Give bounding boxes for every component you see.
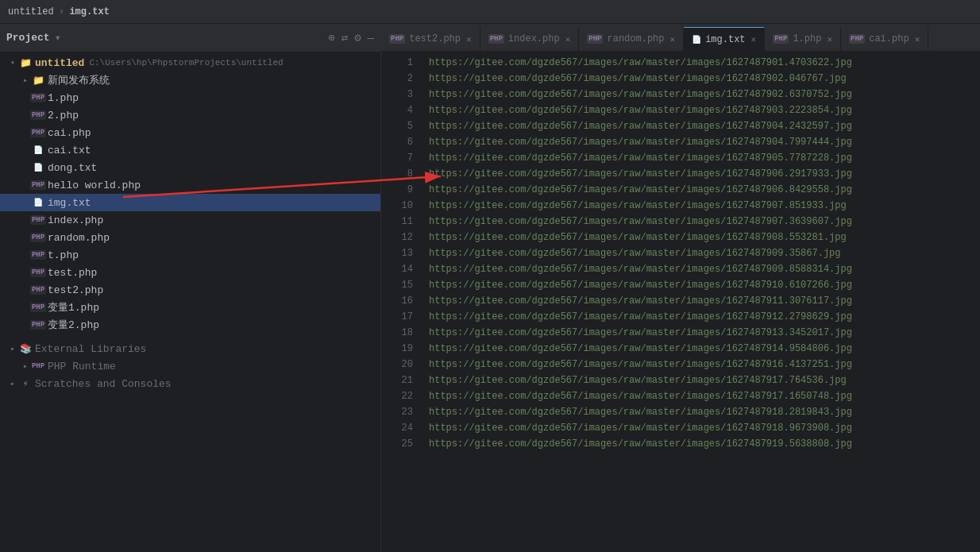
- line-number-15: 15: [381, 277, 413, 293]
- url-text-11: https://gitee.com/dgzde567/images/raw/ma…: [429, 214, 852, 230]
- external-libraries-label: External Libraries: [35, 343, 146, 355]
- tab-randomphp-close[interactable]: ✕: [670, 34, 676, 44]
- code-line-5: https://gitee.com/dgzde567/images/raw/ma…: [429, 118, 980, 134]
- url-text-9: https://gitee.com/dgzde567/images/raw/ma…: [429, 182, 852, 198]
- url-text-23: https://gitee.com/dgzde567/images/raw/ma…: [429, 404, 852, 420]
- url-text-6: https://gitee.com/dgzde567/images/raw/ma…: [429, 134, 852, 150]
- tab-imgtxt-icon: 📄: [692, 35, 701, 44]
- tree-item-test2php[interactable]: PHP test2.php: [0, 281, 380, 299]
- tab-imgtxt[interactable]: 📄 img.txt ✕: [684, 27, 765, 51]
- tab-indexphp-close[interactable]: ✕: [565, 34, 571, 44]
- line-number-13: 13: [381, 245, 413, 261]
- tree-item-scratches[interactable]: ▸ ⚡ Scratches and Consoles: [0, 375, 380, 392]
- line-number-19: 19: [381, 341, 413, 357]
- url-text-13: https://gitee.com/dgzde567/images/raw/ma…: [429, 245, 840, 261]
- tab-indexphp[interactable]: PHP index.php ✕: [480, 27, 580, 51]
- indexphp-label: index.php: [48, 214, 103, 226]
- tab-caiphp[interactable]: PHP cai.php ✕: [841, 27, 928, 51]
- url-text-16: https://gitee.com/dgzde567/images/raw/ma…: [429, 293, 852, 309]
- tab-imgtxt-close[interactable]: ✕: [751, 34, 757, 44]
- sidebar-title: Project: [6, 32, 50, 44]
- php-runtime-label: PHP Runtime: [48, 361, 116, 373]
- sidebar: Project ▾ ⊕ ⇄ ⚙ — ▾ 📁 untitled C:\Users\…: [0, 24, 381, 552]
- tree-item-dongtxt[interactable]: 📄 dong.txt: [0, 159, 380, 176]
- url-text-14: https://gitee.com/dgzde567/images/raw/ma…: [429, 261, 852, 277]
- code-line-19: https://gitee.com/dgzde567/images/raw/ma…: [429, 341, 980, 357]
- line-number-8: 8: [381, 166, 413, 182]
- project-name: untitled: [8, 6, 54, 17]
- randomphp-label: random.php: [48, 232, 110, 244]
- var1php-label: 变量1.php: [48, 300, 99, 315]
- code-line-1: https://gitee.com/dgzde567/images/raw/ma…: [429, 55, 980, 71]
- helloworldphp-label: hello world.php: [48, 179, 141, 191]
- line-number-12: 12: [381, 230, 413, 245]
- title-file: img.txt: [69, 6, 109, 17]
- url-text-3: https://gitee.com/dgzde567/images/raw/ma…: [429, 87, 852, 102]
- locate-icon[interactable]: ⊕: [328, 31, 334, 44]
- tree-item-external-libraries[interactable]: ▸ 📚 External Libraries: [0, 340, 380, 357]
- tab-randomphp-label: random.php: [607, 33, 664, 44]
- tree-item-caiphp[interactable]: PHP cai.php: [0, 124, 380, 141]
- tree-item-indexphp[interactable]: PHP index.php: [0, 211, 380, 229]
- tab-caiphp-close[interactable]: ✕: [915, 34, 920, 44]
- line-number-16: 16: [381, 293, 413, 309]
- line-numbers: 1234567891011121314151617181920212223242…: [381, 52, 421, 552]
- code-area[interactable]: https://gitee.com/dgzde567/images/raw/ma…: [421, 52, 980, 552]
- 1php-label: 1.php: [48, 92, 79, 104]
- settings-icon[interactable]: ⚙: [354, 31, 361, 44]
- tree-item-1php[interactable]: PHP 1.php: [0, 89, 380, 106]
- tab-test2php[interactable]: PHP test2.php ✕: [381, 27, 480, 51]
- tree-item-helloworldphp[interactable]: PHP hello world.php: [0, 176, 380, 194]
- dongtxt-label: dong.txt: [48, 162, 97, 174]
- line-number-4: 4: [381, 102, 413, 118]
- root-folder-path: C:\Users\hp\PhpstormProjects\untitled: [89, 58, 283, 68]
- minimize-icon[interactable]: —: [368, 32, 374, 44]
- code-line-18: https://gitee.com/dgzde567/images/raw/ma…: [429, 325, 980, 341]
- file-tree: ▾ 📁 untitled C:\Users\hp\PhpstormProject…: [0, 52, 380, 552]
- tree-item-caitxt[interactable]: 📄 cai.txt: [0, 141, 380, 159]
- imgtxt-label: img.txt: [48, 197, 91, 209]
- test2php-label: test2.php: [48, 284, 103, 296]
- code-line-22: https://gitee.com/dgzde567/images/raw/ma…: [429, 388, 980, 404]
- url-text-19: https://gitee.com/dgzde567/images/raw/ma…: [429, 341, 852, 357]
- line-number-5: 5: [381, 118, 413, 134]
- code-line-20: https://gitee.com/dgzde567/images/raw/ma…: [429, 357, 980, 373]
- tab-1php-close[interactable]: ✕: [827, 34, 832, 44]
- tree-item-var1php[interactable]: PHP 变量1.php: [0, 299, 380, 316]
- line-number-21: 21: [381, 373, 413, 388]
- tree-item-imgtxt[interactable]: 📄 img.txt: [0, 194, 380, 211]
- line-number-18: 18: [381, 325, 413, 341]
- code-line-8: https://gitee.com/dgzde567/images/raw/ma…: [429, 166, 980, 182]
- line-number-9: 9: [381, 182, 413, 198]
- tree-item-testphp[interactable]: PHP test.php: [0, 264, 380, 281]
- code-line-14: https://gitee.com/dgzde567/images/raw/ma…: [429, 261, 980, 277]
- url-text-18: https://gitee.com/dgzde567/images/raw/ma…: [429, 325, 852, 341]
- url-text-25: https://gitee.com/dgzde567/images/raw/ma…: [429, 436, 852, 452]
- url-text-17: https://gitee.com/dgzde567/images/raw/ma…: [429, 309, 852, 325]
- dropdown-icon[interactable]: ▾: [55, 31, 61, 44]
- tree-item-2php[interactable]: PHP 2.php: [0, 106, 380, 124]
- tree-item-tphp[interactable]: PHP t.php: [0, 246, 380, 264]
- tab-test2php-close[interactable]: ✕: [466, 34, 472, 44]
- line-number-1: 1: [381, 55, 413, 71]
- tree-item-untitled[interactable]: ▾ 📁 untitled C:\Users\hp\PhpstormProject…: [0, 54, 380, 71]
- url-text-12: https://gitee.com/dgzde567/images/raw/ma…: [429, 230, 847, 245]
- tree-item-randomphp[interactable]: PHP random.php: [0, 229, 380, 246]
- tab-caiphp-icon: PHP: [849, 34, 865, 44]
- editor-area: PHP test2.php ✕ PHP index.php ✕ PHP rand…: [381, 24, 980, 552]
- tree-item-newsystem[interactable]: ▸ 📁 新闻发布系统: [0, 71, 380, 89]
- line-number-3: 3: [381, 87, 413, 102]
- url-text-22: https://gitee.com/dgzde567/images/raw/ma…: [429, 388, 852, 404]
- caitxt-label: cai.txt: [48, 145, 91, 156]
- tab-1php[interactable]: PHP 1.php ✕: [765, 27, 841, 51]
- scratches-label: Scratches and Consoles: [35, 378, 172, 390]
- tree-item-var2php[interactable]: PHP 变量2.php: [0, 316, 380, 334]
- line-number-23: 23: [381, 404, 413, 420]
- tabs-bar: PHP test2.php ✕ PHP index.php ✕ PHP rand…: [381, 24, 980, 52]
- newsystem-label: 新闻发布系统: [48, 73, 110, 87]
- tab-randomphp[interactable]: PHP random.php ✕: [579, 27, 684, 51]
- tree-item-php-runtime[interactable]: ▸ PHP PHP Runtime: [0, 357, 380, 375]
- tab-indexphp-icon: PHP: [488, 34, 504, 44]
- collapse-icon[interactable]: ⇄: [341, 31, 348, 44]
- line-number-22: 22: [381, 388, 413, 404]
